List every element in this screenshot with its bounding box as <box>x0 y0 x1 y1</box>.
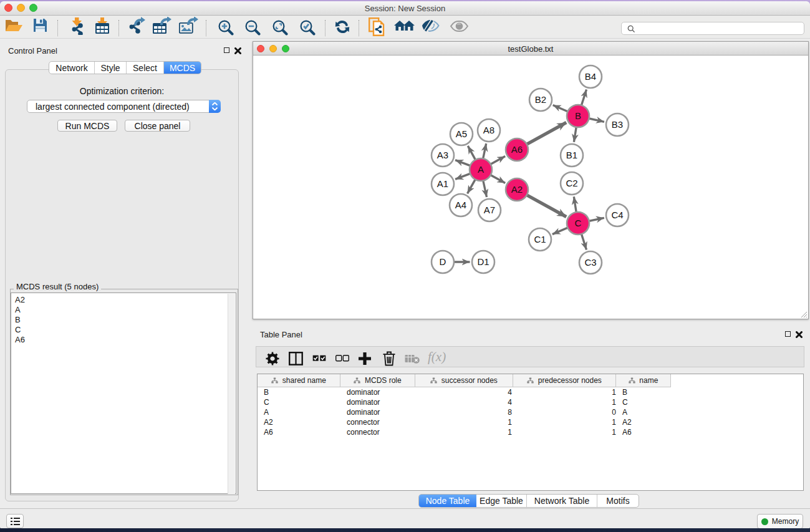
svg-text:A2: A2 <box>511 184 523 195</box>
svg-text:A3: A3 <box>437 150 448 160</box>
svg-text:A5: A5 <box>456 128 467 139</box>
svg-text:D1: D1 <box>477 256 489 267</box>
svg-text:A1: A1 <box>437 178 448 189</box>
svg-text:A4: A4 <box>455 200 466 210</box>
svg-text:B1: B1 <box>566 150 577 160</box>
svg-text:B: B <box>575 110 581 121</box>
svg-text:B4: B4 <box>585 71 596 82</box>
svg-text:C1: C1 <box>534 234 546 244</box>
svg-text:A: A <box>478 164 484 175</box>
svg-text:A6: A6 <box>511 144 523 155</box>
svg-text:B3: B3 <box>612 119 623 130</box>
svg-text:B2: B2 <box>535 94 546 105</box>
svg-text:C3: C3 <box>584 257 596 268</box>
svg-text:A7: A7 <box>484 205 495 215</box>
svg-text:C2: C2 <box>566 178 577 188</box>
svg-text:A8: A8 <box>483 125 494 135</box>
svg-text:D: D <box>440 256 446 267</box>
svg-text:C4: C4 <box>611 210 623 220</box>
svg-text:C: C <box>575 218 582 228</box>
